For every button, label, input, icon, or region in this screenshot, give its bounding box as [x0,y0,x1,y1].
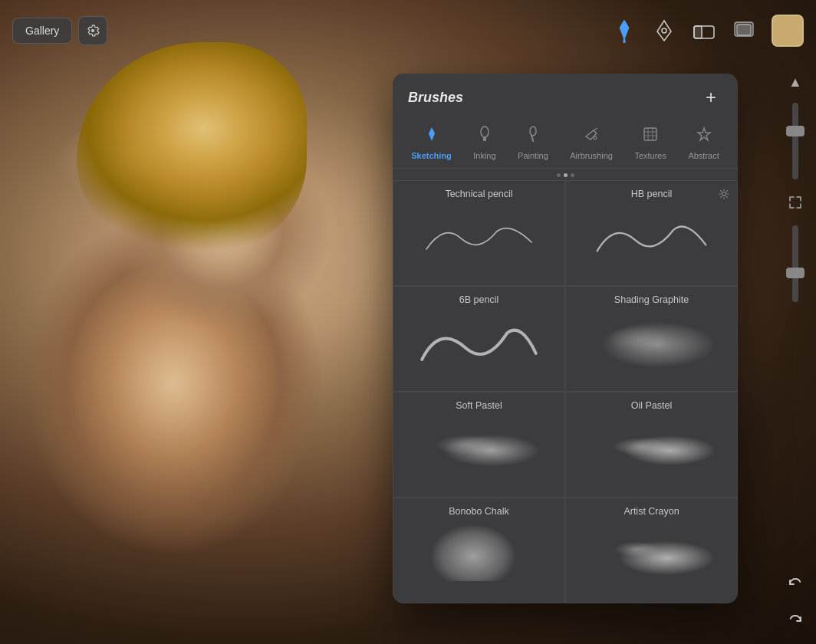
layers-tool-icon[interactable] [732,18,756,43]
brush-preview-6b-pencil [404,311,554,373]
inking-icon [476,126,493,146]
brush-preview-soft-pastel [404,417,554,478]
svg-point-19 [722,192,726,196]
brush-name-oil-pastel: Oil Pastel [577,400,726,411]
airbrushing-label: Airbrushing [570,151,613,160]
brush-preview-hb-pencil [577,205,726,267]
brush-panel: Brushes + Sketching Inking [393,74,738,603]
graphite-texture [591,314,713,370]
abstract-icon [696,126,712,146]
svg-rect-9 [483,137,486,141]
brush-preview-shading-graphite [577,311,726,373]
bonobo-texture [418,526,541,581]
svg-marker-0 [620,20,629,40]
scroll-up-arrow[interactable]: ▲ [784,71,807,94]
tab-inking[interactable]: Inking [466,121,503,168]
size-slider[interactable] [792,103,798,179]
brush-preview-artist-crayon [577,523,726,584]
top-toolbar: Gallery [0,0,816,61]
brush-preview-technical-pencil [404,205,554,267]
sketching-label: Sketching [411,151,452,160]
textures-icon [642,126,659,146]
brush-cell-hb-pencil[interactable]: HB pencil [565,180,738,286]
brush-cell-soft-pastel[interactable]: Soft Pastel [393,392,565,498]
brush-panel-title: Brushes [408,90,463,106]
toolbar-left: Gallery [12,16,107,45]
resize-icon[interactable] [781,189,809,216]
brush-cell-technical-pencil[interactable]: Technical pencil [393,180,565,286]
brush-tool-icon[interactable] [612,18,637,43]
brush-cell-shading-graphite[interactable]: Shading Graphite [565,286,738,392]
abstract-label: Abstract [688,151,719,160]
toolbar-right [612,15,804,47]
brush-preview-oil-pastel [577,417,726,478]
brush-name-bonobo-chalk: Bonobo Chalk [404,506,554,517]
oil-pastel-texture [591,420,713,475]
tab-textures[interactable]: Textures [627,121,674,168]
brush-panel-header: Brushes + [393,74,738,117]
opacity-slider-thumb[interactable] [786,268,804,278]
svg-rect-4 [694,26,702,38]
brush-name-6b-pencil: 6B pencil [404,294,554,305]
tab-abstract[interactable]: Abstract [680,121,726,168]
svg-rect-13 [644,128,656,140]
textures-label: Textures [634,151,666,160]
gallery-button[interactable]: Gallery [12,18,72,44]
brush-name-hb-pencil: HB pencil [577,189,726,199]
svg-point-2 [662,28,666,33]
sidebar-bottom [781,540,809,635]
settings-button[interactable] [78,16,107,45]
tab-painting[interactable]: Painting [510,121,556,168]
inking-label: Inking [473,151,495,160]
soft-pastel-texture [418,420,541,475]
tab-dots [393,169,738,180]
eraser-tool-icon[interactable] [692,18,716,43]
brush-cell-oil-pastel[interactable]: Oil Pastel [565,392,738,498]
opacity-slider-container [792,225,798,302]
sketching-icon [423,126,440,146]
svg-point-8 [481,127,489,137]
tab-airbrushing[interactable]: Airbrushing [562,121,620,168]
svg-line-11 [594,128,597,130]
painting-label: Painting [518,151,548,160]
right-sidebar: ▲ [775,61,816,644]
dot-3 [571,173,574,177]
airbrushing-icon [583,126,600,146]
brush-cell-artist-crayon[interactable]: Artist Crayon [565,498,738,603]
svg-point-12 [594,136,597,140]
redo-button[interactable] [781,607,809,635]
pen-tool-icon[interactable] [652,18,676,43]
brush-cell-bonobo-chalk[interactable]: Bonobo Chalk [393,498,565,603]
settings-icon-hb-pencil[interactable] [719,189,729,202]
tab-sketching[interactable]: Sketching [403,121,459,168]
brush-preview-bonobo-chalk [404,523,554,584]
brush-name-technical-pencil: Technical pencil [404,189,554,199]
brush-name-artist-crayon: Artist Crayon [577,506,726,517]
dot-2 [564,173,568,177]
dot-1 [557,173,561,177]
svg-point-10 [530,127,536,136]
artist-crayon-texture [591,526,713,581]
add-brush-button[interactable]: + [699,86,722,109]
color-swatch[interactable] [772,15,804,47]
brush-cell-6b-pencil[interactable]: 6B pencil [393,286,565,392]
svg-marker-7 [429,127,435,141]
svg-marker-18 [698,128,710,140]
painting-icon [525,126,541,146]
brush-name-shading-graphite: Shading Graphite [577,294,726,305]
size-slider-container [792,103,798,179]
undo-button[interactable] [781,570,809,598]
opacity-slider[interactable] [792,225,798,302]
size-slider-thumb[interactable] [786,126,804,136]
brush-grid: Technical pencil HB pencil [393,180,738,603]
brush-categories: Sketching Inking Painting [393,117,738,169]
svg-rect-6 [737,25,751,35]
brush-name-soft-pastel: Soft Pastel [404,400,554,411]
